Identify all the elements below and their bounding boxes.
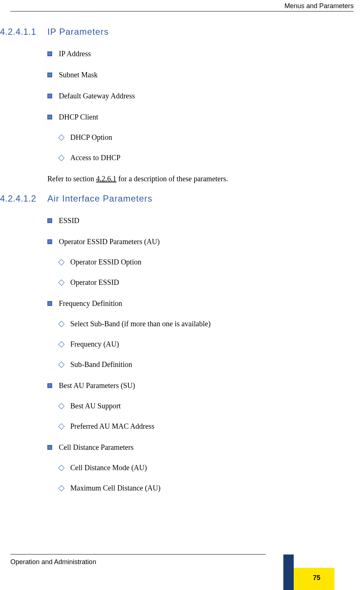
section-title-2: Air Interface Parameters <box>47 193 152 204</box>
bullet-item: Operator ESSID Parameters (AU) <box>47 237 354 246</box>
square-bullet-icon <box>47 115 52 119</box>
diamond-text: Select Sub-Band (if more than one is ava… <box>70 320 210 328</box>
footer-text: Operation and Administration <box>10 558 96 566</box>
bullet-item: Best AU Parameters (SU) <box>47 381 354 390</box>
section1-paragraph: Refer to section 4.2.6.1 for a descripti… <box>47 175 354 183</box>
diamond-item: Select Sub-Band (if more than one is ava… <box>59 320 354 328</box>
blue-tab-marker <box>283 554 294 590</box>
diamond-bullet-icon <box>58 361 65 368</box>
section1-body: IP Address Subnet Mask Default Gateway A… <box>47 50 354 183</box>
diamond-item: Access to DHCP <box>59 154 354 162</box>
diamond-text: Access to DHCP <box>70 154 121 162</box>
bullet-text: Frequency Definition <box>59 299 122 308</box>
diamond-bullet-icon <box>58 341 65 347</box>
diamond-bullet-icon <box>58 321 65 327</box>
diamond-text: Preferred AU MAC Address <box>70 422 154 431</box>
diamond-bullet-icon <box>58 279 65 286</box>
square-bullet-icon <box>47 218 52 223</box>
diamond-item: Operator ESSID Option <box>59 258 354 266</box>
diamond-text: Frequency (AU) <box>70 340 119 348</box>
page-number: 75 <box>313 574 320 582</box>
diamond-item: Frequency (AU) <box>59 340 354 348</box>
diamond-text: Maximum Cell Distance (AU) <box>70 484 161 492</box>
section2-body: ESSID Operator ESSID Parameters (AU) Ope… <box>47 216 354 492</box>
square-bullet-icon <box>47 301 52 306</box>
diamond-item: Preferred AU MAC Address <box>59 422 354 431</box>
diamond-item: Maximum Cell Distance (AU) <box>59 484 354 492</box>
cross-reference-link[interactable]: 4.2.6.1 <box>96 175 117 183</box>
diamond-item: DHCP Option <box>59 133 354 142</box>
diamond-bullet-icon <box>58 485 65 491</box>
header-rule <box>10 11 354 11</box>
diamond-bullet-icon <box>58 465 65 471</box>
diamond-bullet-icon <box>58 423 65 429</box>
bullet-text: Subnet Mask <box>59 71 98 79</box>
header-chapter-title: Menus and Parameters <box>284 2 354 10</box>
section-number-2: 4.2.4.1.2 <box>0 193 47 204</box>
square-bullet-icon <box>47 73 52 77</box>
bullet-text: IP Address <box>59 50 91 58</box>
section-heading-2: 4.2.4.1.2 Air Interface Parameters <box>0 193 354 204</box>
bullet-item: IP Address <box>47 50 354 58</box>
square-bullet-icon <box>47 445 52 450</box>
diamond-text: Operator ESSID <box>70 278 119 287</box>
diamond-item: Best AU Support <box>59 402 354 410</box>
diamond-text: Cell Distance Mode (AU) <box>70 463 147 472</box>
bullet-text: DHCP Client <box>59 113 98 121</box>
diamond-item: Sub-Band Definition <box>59 360 354 369</box>
diamond-text: Best AU Support <box>70 402 121 410</box>
para-post: for a description of these parameters. <box>117 175 228 183</box>
diamond-text: Sub-Band Definition <box>70 360 132 369</box>
diamond-text: Operator ESSID Option <box>70 258 141 266</box>
section-heading-1: 4.2.4.1.1 IP Parameters <box>0 27 354 37</box>
diamond-bullet-icon <box>58 134 65 141</box>
square-bullet-icon <box>47 51 52 56</box>
bullet-text: Default Gateway Address <box>59 92 135 100</box>
square-bullet-icon <box>47 94 52 98</box>
square-bullet-icon <box>47 239 52 244</box>
bullet-item: Cell Distance Parameters <box>47 443 354 452</box>
footer-rule <box>10 554 266 554</box>
bullet-text: Operator ESSID Parameters (AU) <box>59 237 160 246</box>
bullet-item: Subnet Mask <box>47 71 354 79</box>
diamond-bullet-icon <box>58 403 65 409</box>
diamond-item: Cell Distance Mode (AU) <box>59 463 354 472</box>
section-number-1: 4.2.4.1.1 <box>0 27 47 37</box>
page-content: 4.2.4.1.1 IP Parameters IP Address Subne… <box>0 22 354 492</box>
bullet-item: ESSID <box>47 216 354 225</box>
diamond-item: Operator ESSID <box>59 278 354 287</box>
diamond-bullet-icon <box>58 259 65 265</box>
bullet-text: ESSID <box>59 216 80 225</box>
section-title-1: IP Parameters <box>47 27 109 37</box>
diamond-bullet-icon <box>58 155 65 161</box>
bullet-item: Default Gateway Address <box>47 92 354 100</box>
bullet-text: Cell Distance Parameters <box>59 443 134 452</box>
bullet-text: Best AU Parameters (SU) <box>59 381 135 390</box>
diamond-text: DHCP Option <box>70 133 112 142</box>
bullet-item: DHCP Client <box>47 113 354 121</box>
bullet-item: Frequency Definition <box>47 299 354 308</box>
square-bullet-icon <box>47 383 52 388</box>
para-pre: Refer to section <box>47 175 96 183</box>
